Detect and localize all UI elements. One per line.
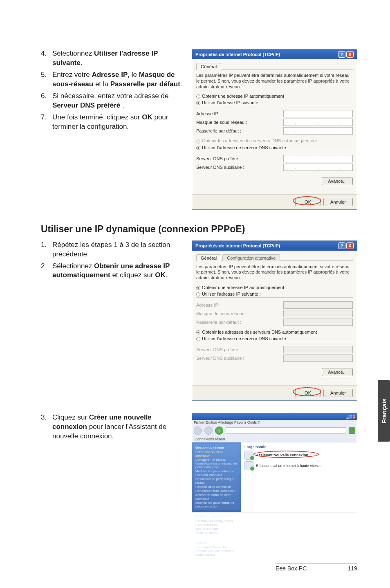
radio-use-dns[interactable]: Utiliser l'adresse de serveur DNS suivan… bbox=[196, 145, 353, 150]
radio-auto-ip[interactable]: Obtenir une adresse IP automatiquement bbox=[196, 285, 353, 290]
step-4: 4.Sélectionnez Utiliser l'adresse IP sui… bbox=[41, 49, 184, 68]
radio-auto-dns[interactable]: Obtenir les adresses des serveurs DNS au… bbox=[196, 330, 353, 334]
tab-alt-config[interactable]: Configuration alternative bbox=[222, 254, 280, 261]
field-dns2[interactable]: Serveur DNS auxiliaire :... bbox=[196, 164, 353, 171]
steps-list-a: 4.Sélectionnez Utiliser l'adresse IP sui… bbox=[41, 49, 184, 132]
main-pane: Large bande Assistant Nouvelle connexion… bbox=[241, 442, 357, 512]
dialog-title: Propriétés de Internet Protocol (TCP/IP) bbox=[195, 52, 280, 57]
sidebar-item[interactable]: Réparer cette connexion bbox=[195, 485, 238, 489]
tab-general[interactable]: Général bbox=[196, 63, 221, 70]
step-6: 6.Si nécessaire, entez votre adresse de … bbox=[41, 92, 184, 110]
step-7: 7.Une fois terminé, cliquez sur OK pour … bbox=[41, 113, 184, 132]
steps-list-c: 3.Cliquez sur Créer une nouvelle connexi… bbox=[41, 413, 184, 441]
step-1: 1.Répétez les étapes 1 à 3 de la section… bbox=[41, 240, 184, 259]
field-ip[interactable]: Adresse IP :... bbox=[196, 110, 353, 117]
sidebar-group-header: Autres emplacements bbox=[195, 514, 238, 518]
field-dns1[interactable]: Serveur DNS préféré :... bbox=[196, 155, 353, 162]
tab-general[interactable]: Général bbox=[196, 254, 221, 261]
radio-auto-dns: Obtenir les adresses des serveurs DNS au… bbox=[196, 138, 353, 143]
radio-auto-ip[interactable]: Obtenir une adresse IP automatiquement bbox=[196, 94, 353, 99]
sidebar-group-header: Gestion du réseau bbox=[195, 446, 238, 449]
radio-use-ip[interactable]: Utiliser l'adresse IP suivante : bbox=[196, 292, 353, 296]
network-connections-window: _ □ X Fichier Edition Affichage Favoris … bbox=[192, 413, 357, 512]
dialog-desc: Les paramètres IP peuvent être déterminé… bbox=[196, 73, 353, 90]
sidebar-item[interactable]: Mes documents bbox=[195, 527, 238, 531]
step-2: 2Sélectionnez Obtenir une adresse IP aut… bbox=[41, 262, 184, 281]
cancel-button[interactable]: Annuler bbox=[323, 389, 353, 397]
window-titlebar: _ □ X bbox=[192, 413, 357, 420]
step-5: 5.Entrez votre Adresse IP, le Masque de … bbox=[41, 70, 184, 89]
close-icon[interactable]: X bbox=[353, 415, 355, 419]
sidebar-item[interactable]: Modifier les paramètres du Pare-feu Wind… bbox=[195, 469, 238, 477]
go-icon[interactable] bbox=[349, 427, 355, 434]
sidebar-item[interactable]: Panneau de configuration bbox=[195, 519, 238, 523]
forward-icon[interactable] bbox=[204, 426, 213, 435]
page-footer: Eee Box PC 119 bbox=[276, 563, 357, 572]
radio-use-dns[interactable]: Utiliser l'adresse de serveur DNS suivan… bbox=[196, 336, 353, 341]
sidebar-item[interactable]: Favoris réseau bbox=[195, 523, 238, 527]
section-title: Utiliser une IP dynamique (connexion PPP… bbox=[41, 224, 357, 235]
field-ip: Adresse IP : bbox=[196, 301, 353, 309]
radio-use-ip[interactable]: Utiliser l'adresse IP suivante : bbox=[196, 100, 353, 105]
language-tab: Français bbox=[378, 380, 390, 442]
steps-list-b: 1.Répétez les étapes 1 à 3 de la section… bbox=[41, 240, 184, 281]
sidebar-item[interactable]: Configurer un réseau domestique ou un ré… bbox=[195, 458, 238, 469]
sidebar: Gestion du réseau Créer une nouvelle con… bbox=[192, 442, 241, 512]
sidebar-item[interactable]: Désactiver ce périphérique réseau bbox=[195, 477, 238, 485]
up-icon[interactable] bbox=[215, 426, 223, 435]
field-dns2: Serveur DNS auxiliaire : bbox=[196, 355, 353, 362]
footer-page-number: 119 bbox=[348, 565, 357, 572]
sidebar-item[interactable]: Poste de travail bbox=[195, 531, 238, 535]
wizard-icon bbox=[244, 451, 253, 460]
help-icon[interactable]: ? bbox=[338, 51, 345, 58]
task-label: Réseau local ou Internet à haute vitesse bbox=[256, 464, 322, 468]
maximize-icon[interactable]: □ bbox=[350, 415, 352, 419]
sidebar-group-header: Détails bbox=[195, 541, 238, 545]
help-icon[interactable]: ? bbox=[338, 242, 345, 249]
field-gateway[interactable]: Passerelle par défaut :... bbox=[196, 127, 353, 135]
sidebar-item[interactable]: Afficher le statut de cette connexion bbox=[195, 493, 238, 500]
tcpip-dialog-static: Propriétés de Internet Protocol (TCP/IP)… bbox=[192, 49, 357, 210]
network-icon bbox=[244, 461, 253, 470]
field-mask[interactable]: Masque de sous-réseau :... bbox=[196, 119, 353, 126]
task-lan[interactable]: Réseau local ou Internet à haute vitesse bbox=[244, 461, 354, 470]
address-bar[interactable] bbox=[226, 427, 346, 434]
back-icon[interactable] bbox=[194, 426, 202, 435]
field-gateway: Passerelle par défaut : bbox=[196, 319, 353, 326]
close-icon[interactable]: X bbox=[346, 51, 354, 58]
step-3: 3.Cliquez sur Créer une nouvelle connexi… bbox=[41, 413, 184, 441]
sidebar-details: Local Area Connection Réseau local ou In… bbox=[195, 545, 238, 557]
dialog-titlebar: Propriétés de Internet Protocol (TCP/IP)… bbox=[192, 49, 357, 59]
menu-bar[interactable]: Fichier Edition Affichage Favoris Outils… bbox=[192, 420, 357, 425]
field-dns1: Serveur DNS préféré : bbox=[196, 346, 353, 353]
footer-model: Eee Box PC bbox=[276, 565, 307, 572]
toolbar bbox=[192, 425, 357, 436]
dialog-titlebar: Propriétés de Internet Protocol (TCP/IP)… bbox=[192, 241, 357, 251]
field-mask: Masque de sous-réseau : bbox=[196, 310, 353, 317]
tcpip-dialog-auto: Propriétés de Internet Protocol (TCP/IP)… bbox=[192, 240, 357, 401]
sidebar-item[interactable]: Modifier les paramètres de cette connexi… bbox=[195, 501, 238, 508]
advanced-button[interactable]: Avancé... bbox=[322, 177, 353, 185]
sidebar-item[interactable]: Renommer cette connexion bbox=[195, 489, 238, 493]
sidebar-item-new-connection[interactable]: Créer une nouvelle connexion bbox=[195, 450, 238, 458]
advanced-button[interactable]: Avancé... bbox=[322, 368, 353, 376]
category-header: Large bande bbox=[244, 445, 354, 449]
location-bar: Connexions réseau bbox=[192, 436, 357, 442]
dialog-title: Propriétés de Internet Protocol (TCP/IP) bbox=[195, 243, 280, 248]
close-icon[interactable]: X bbox=[346, 242, 354, 249]
minimize-icon[interactable]: _ bbox=[347, 415, 349, 419]
dialog-desc: Les paramètres IP peuvent être déterminé… bbox=[196, 264, 353, 281]
task-new-connection[interactable]: Assistant Nouvelle connexion bbox=[244, 451, 354, 460]
ok-highlight-oval bbox=[293, 196, 321, 205]
cancel-button[interactable]: Annuler bbox=[323, 198, 353, 206]
